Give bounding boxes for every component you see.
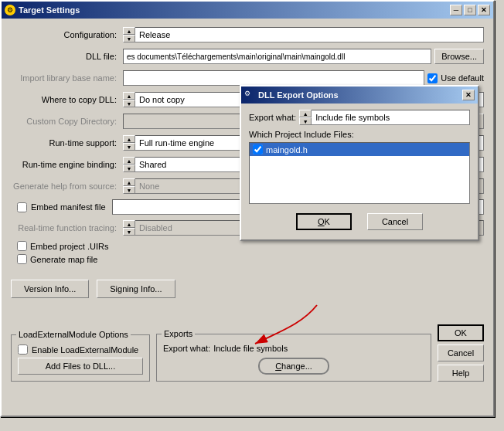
realtime-tracing-spin[interactable]: ▲ ▼	[123, 220, 135, 236]
change-btn-label-rest: hange...	[281, 361, 312, 371]
custom-copy-label: Custom Copy Directory:	[11, 117, 123, 126]
help-button[interactable]: Help	[438, 365, 484, 382]
use-default-label: Use default	[441, 73, 484, 83]
where-copy-spin-up[interactable]: ▲	[123, 92, 135, 100]
ok-button[interactable]: OK	[438, 324, 484, 341]
runtime-support-down[interactable]: ▼	[123, 143, 135, 151]
embed-project-label: Embed project .UIRs	[30, 242, 108, 251]
exports-section: Exports Export what: Include file symbol…	[156, 334, 431, 382]
generate-help-label: Generate help from source:	[11, 182, 123, 191]
enable-load-row: Enable LoadExternalModule	[18, 344, 143, 355]
config-input-container: ▲ ▼	[123, 27, 484, 42]
use-default-container: Use default	[427, 73, 484, 83]
dialog-list-item-checkbox[interactable]	[253, 144, 263, 154]
dialog-include-files-label: Which Project Include Files:	[249, 130, 470, 139]
generate-map-row: Generate map file	[11, 254, 484, 264]
change-button[interactable]: Change...	[258, 358, 329, 375]
runtime-support-up[interactable]: ▲	[123, 135, 135, 143]
load-section-title: LoadExternalModule Options	[16, 330, 131, 339]
generate-help-spin[interactable]: ▲ ▼	[123, 178, 135, 194]
embed-project-row: Embed project .UIRs	[11, 241, 484, 251]
cancel-button[interactable]: Cancel	[438, 344, 484, 361]
window-title: Target Settings	[19, 5, 80, 15]
dialog-ok-underline-o: O	[318, 217, 325, 226]
dialog-title-controls: ✕	[462, 90, 475, 100]
embed-manifest-label: Embed manifest file	[31, 202, 106, 212]
embed-project-checkbox[interactable]	[17, 241, 27, 251]
enable-load-label: Enable LoadExternalModule	[32, 345, 138, 355]
dialog-ok-rest: K	[325, 217, 330, 226]
dll-browse-button[interactable]: Browse...	[434, 49, 484, 64]
runtime-binding-up[interactable]: ▲	[123, 157, 135, 165]
dialog-ok-button[interactable]: OK	[296, 213, 352, 230]
config-spin-up[interactable]: ▲	[123, 27, 135, 35]
where-copy-spin-down[interactable]: ▼	[123, 100, 135, 107]
dialog-file-list: maingold.h	[249, 142, 470, 204]
dialog-export-input-container: ▲ ▼	[299, 110, 470, 125]
import-lib-label: Import library base name:	[11, 73, 123, 83]
dll-file-label: DLL file:	[11, 52, 123, 61]
dialog-title-left: ⚙ DLL Export Options	[244, 90, 339, 100]
maximize-button[interactable]: □	[464, 5, 476, 15]
runtime-binding-label: Run-time engine binding:	[11, 160, 123, 169]
realtime-tracing-label: Real-time function tracing:	[11, 223, 123, 232]
dialog-export-spin-up[interactable]: ▲	[299, 110, 312, 117]
dialog-list-item-maingold[interactable]: maingold.h	[250, 143, 469, 156]
dialog-export-what-row: Export what: ▲ ▼	[249, 110, 470, 125]
realtime-tracing-down[interactable]: ▼	[123, 228, 135, 236]
dialog-content: Export what: ▲ ▼ Which Project Include F…	[241, 104, 478, 239]
export-what-value: Include file symbols	[213, 344, 288, 353]
import-lib-row: Import library base name: Use default	[11, 70, 484, 87]
dialog-title-bar: ⚙ DLL Export Options ✕	[241, 87, 478, 104]
config-input[interactable]	[123, 27, 484, 42]
dialog-title-text: DLL Export Options	[258, 90, 339, 100]
generate-map-checkbox[interactable]	[17, 254, 27, 264]
change-btn-container: Change...	[163, 358, 424, 375]
generate-help-up[interactable]: ▲	[123, 178, 135, 186]
generate-map-label: Generate map file	[30, 255, 97, 264]
config-label: Configuration:	[11, 30, 123, 39]
title-controls: ─ □ ✕	[450, 5, 490, 15]
config-row: Configuration: ▲ ▼	[11, 26, 484, 43]
export-what-label: Export what:	[163, 344, 210, 353]
dialog-export-what-label: Export what:	[249, 113, 296, 122]
bottom-buttons-row: Version Info... Signing Info...	[2, 275, 493, 303]
exports-section-title: Exports	[162, 329, 195, 338]
title-bar-left: ⚙ Target Settings	[5, 5, 80, 15]
dialog-close-button[interactable]: ✕	[462, 90, 475, 100]
where-copy-label: Where to copy DLL:	[11, 95, 123, 104]
load-external-section: LoadExternalModule Options Enable LoadEx…	[11, 334, 150, 382]
dialog-export-spin-down[interactable]: ▼	[299, 117, 312, 125]
config-spin-down[interactable]: ▼	[123, 35, 135, 42]
runtime-support-label: Run-time support:	[11, 138, 123, 148]
add-files-button[interactable]: Add Files to DLL...	[18, 358, 143, 375]
change-btn-label-c: C	[275, 361, 281, 371]
minimize-button[interactable]: ─	[450, 5, 462, 15]
use-default-checkbox[interactable]	[427, 73, 438, 83]
dll-file-row: DLL file: Browse...	[11, 48, 484, 65]
dll-file-input[interactable]	[123, 49, 431, 64]
runtime-support-spin[interactable]: ▲ ▼	[123, 135, 135, 151]
close-button[interactable]: ✕	[478, 5, 490, 15]
generate-help-down[interactable]: ▼	[123, 186, 135, 194]
runtime-binding-down[interactable]: ▼	[123, 165, 135, 172]
dll-export-dialog: ⚙ DLL Export Options ✕ Export what: ▲ ▼ …	[240, 85, 479, 241]
signing-info-button[interactable]: Signing Info...	[97, 280, 175, 298]
title-bar: ⚙ Target Settings ─ □ ✕	[2, 2, 493, 19]
enable-load-checkbox[interactable]	[18, 344, 28, 355]
exports-what-row: Export what: Include file symbols	[163, 344, 424, 353]
embed-manifest-checkbox[interactable]	[17, 202, 27, 212]
dialog-export-spin[interactable]: ▲ ▼	[299, 110, 312, 125]
dialog-list-item-label: maingold.h	[266, 145, 308, 154]
config-spin-buttons[interactable]: ▲ ▼	[123, 27, 135, 42]
dialog-export-input[interactable]	[299, 110, 470, 125]
runtime-binding-spin[interactable]: ▲ ▼	[123, 157, 135, 172]
dialog-buttons-row: OK Cancel	[249, 210, 470, 233]
realtime-tracing-up[interactable]: ▲	[123, 220, 135, 228]
version-info-button[interactable]: Version Info...	[11, 280, 89, 298]
import-lib-input[interactable]	[123, 70, 424, 86]
where-copy-spin-buttons[interactable]: ▲ ▼	[123, 92, 135, 107]
dialog-icon: ⚙	[244, 90, 255, 100]
dialog-cancel-button[interactable]: Cancel	[367, 213, 423, 230]
right-buttons: OK Cancel Help	[438, 324, 484, 382]
